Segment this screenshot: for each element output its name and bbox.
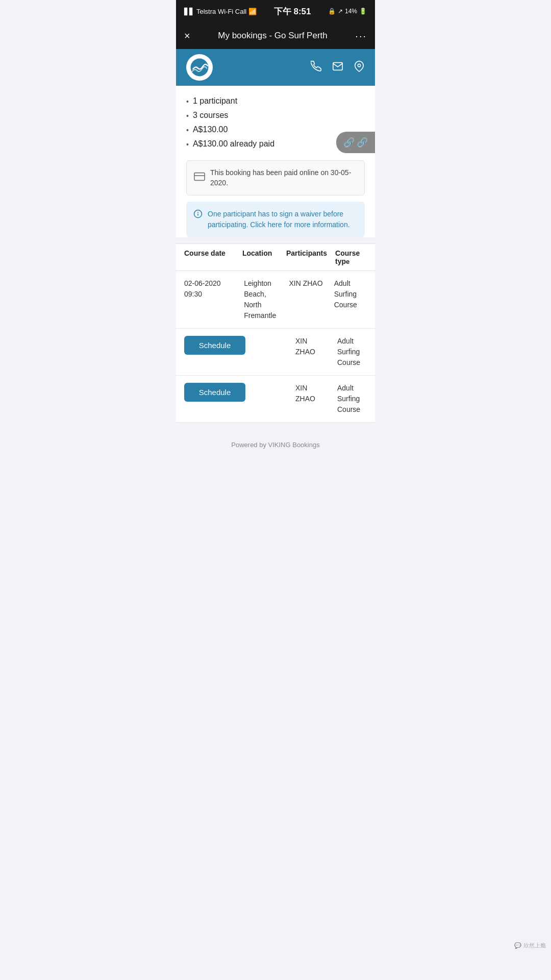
- status-bar: ▋▋ Telstra Wi-Fi Call 📶 下午 8:51 🔒 ↗ 14% …: [176, 0, 375, 22]
- summary-paid: A$130.00 already paid: [193, 138, 274, 150]
- row3-participants: XIN ZHAO: [291, 383, 333, 404]
- col-header-type: Course type: [331, 249, 375, 265]
- map-pin-icon[interactable]: [354, 61, 365, 75]
- info-icon: [193, 209, 203, 221]
- summary-item-1: • 1 participant: [186, 95, 365, 107]
- svg-point-1: [358, 64, 361, 67]
- schedule-button-2[interactable]: Schedule: [184, 383, 245, 402]
- bullet-dot: •: [186, 111, 189, 121]
- summary-courses: 3 courses: [193, 109, 228, 121]
- close-button[interactable]: ×: [184, 30, 190, 42]
- bullet-dot: •: [186, 125, 189, 136]
- col-header-date: Course date: [176, 249, 238, 265]
- bullet-dot: •: [186, 96, 189, 107]
- nav-bar: × My bookings - Go Surf Perth ···: [176, 22, 375, 49]
- carrier-label: Telstra Wi-Fi Call: [196, 8, 246, 15]
- bullet-dot: •: [186, 139, 189, 150]
- battery-label: 14%: [345, 8, 357, 15]
- lock-icon: 🔒: [328, 8, 336, 15]
- row2-date: Schedule: [176, 336, 249, 355]
- summary-price: A$130.00: [193, 124, 228, 136]
- summary-item-3: • A$130.00: [186, 124, 365, 136]
- link-icon-2: 🔗: [357, 137, 368, 148]
- more-button[interactable]: ···: [355, 30, 367, 42]
- summary-participants: 1 participant: [193, 95, 237, 107]
- summary-item-2: • 3 courses: [186, 109, 365, 121]
- content-area: • 1 participant • 3 courses • A$130.00 •…: [176, 86, 375, 237]
- bookings-table: Course date Location Participants Course…: [176, 243, 375, 423]
- svg-rect-2: [194, 173, 205, 181]
- link-icon-1: 🔗: [343, 137, 355, 148]
- table-row: 02-06-2020 09:30 Leighton Beach, North F…: [176, 271, 375, 329]
- schedule-button-1[interactable]: Schedule: [184, 336, 245, 355]
- waiver-text: One participant has to sign a waiver bef…: [208, 209, 358, 230]
- col-header-location: Location: [238, 249, 282, 265]
- header-band: [176, 49, 375, 86]
- signal-icon: ▋▋: [184, 8, 194, 15]
- payment-text: This booking has been paid online on 30-…: [210, 168, 357, 188]
- status-right: 🔒 ↗ 14% 🔋: [328, 8, 367, 15]
- footer-text: Powered by VIKING Bookings: [231, 441, 319, 449]
- credit-card-icon: [194, 171, 205, 185]
- table-row: Schedule XIN ZHAO Adult Surfing Course: [176, 376, 375, 423]
- nav-title: My bookings - Go Surf Perth: [218, 31, 327, 41]
- booking-summary: • 1 participant • 3 courses • A$130.00 •…: [186, 95, 365, 160]
- row3-date: Schedule: [176, 383, 249, 402]
- email-icon[interactable]: [332, 61, 343, 75]
- wifi-icon: 📶: [248, 8, 257, 15]
- float-link-button[interactable]: 🔗 🔗: [336, 132, 375, 153]
- header-icons: [311, 61, 365, 75]
- table-header: Course date Location Participants Course…: [176, 244, 375, 271]
- row1-date: 02-06-2020 09:30: [176, 278, 240, 300]
- logo-svg: [190, 58, 209, 77]
- col-header-participants: Participants: [282, 249, 331, 265]
- row3-course-type: Adult Surfing Course: [333, 383, 375, 415]
- status-left: ▋▋ Telstra Wi-Fi Call 📶: [184, 8, 257, 15]
- phone-icon[interactable]: [311, 61, 322, 75]
- waiver-notice[interactable]: One participant has to sign a waiver bef…: [186, 202, 365, 237]
- location-arrow-icon: ↗: [338, 8, 343, 15]
- row1-participants: XIN ZHAO: [285, 278, 330, 289]
- row1-location: Leighton Beach, North Fremantle: [240, 278, 285, 321]
- battery-icon: 🔋: [359, 8, 367, 15]
- row2-participants: XIN ZHAO: [291, 336, 333, 357]
- logo: [186, 54, 213, 81]
- payment-notice: This booking has been paid online on 30-…: [186, 160, 365, 195]
- row2-course-type: Adult Surfing Course: [333, 336, 375, 368]
- footer: Powered by VIKING Bookings: [176, 429, 375, 457]
- table-row: Schedule XIN ZHAO Adult Surfing Course: [176, 329, 375, 376]
- row1-course-type: Adult Surfing Course: [330, 278, 375, 310]
- status-time: 下午 8:51: [274, 6, 311, 17]
